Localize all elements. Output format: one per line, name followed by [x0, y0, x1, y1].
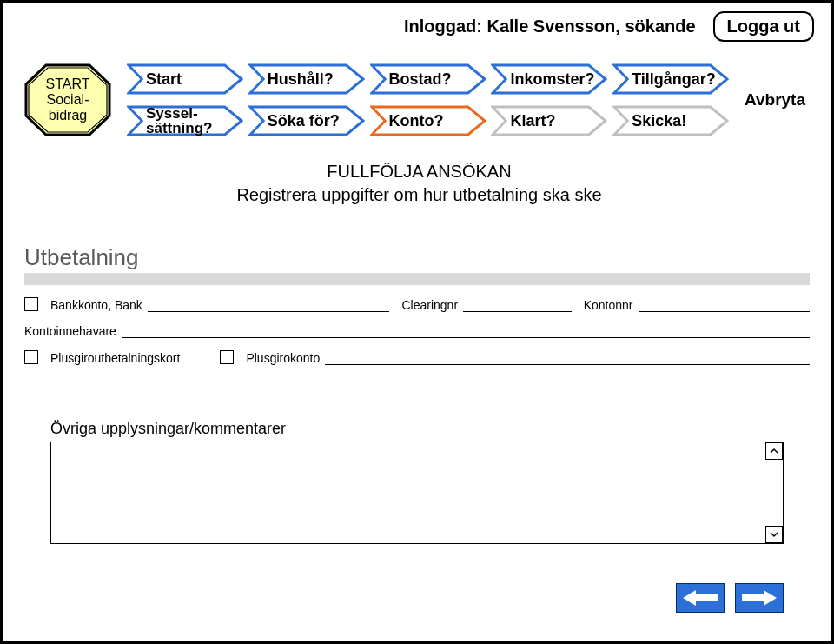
header-bar: Inloggad: Kalle Svensson, sökande Logga … [3, 11, 831, 42]
abort-wrap: Avbryta [736, 90, 814, 110]
nav-bostad[interactable]: Bostad? [370, 63, 486, 95]
bottom-divider [50, 561, 784, 561]
start-badge-line1: START [46, 76, 90, 91]
nav-start[interactable]: Start [127, 63, 243, 95]
label-bankkonto: Bankkonto, Bank [50, 298, 142, 312]
page-nav-arrows [676, 583, 784, 613]
row-plusgiro: Plusgiroutbetalningskort Plusgirokonto [24, 350, 810, 365]
start-badge-line3: bidrag [49, 108, 87, 123]
chevron-up-icon [769, 446, 779, 456]
scroll-up-button[interactable] [765, 442, 783, 460]
login-status: Inloggad: Kalle Svensson, sökande [404, 17, 696, 37]
comments-label: Övriga upplysningar/kommentarer [50, 420, 784, 438]
nav-row-2: Syssel-sättning? Söka för? Konto? Klart?… [127, 105, 729, 136]
input-kontonr[interactable] [639, 300, 810, 312]
scroll-down-button[interactable] [765, 526, 783, 543]
page-title-block: FULLFÖLJA ANSÖKAN Registrera uppgifter o… [24, 162, 814, 205]
input-clearing[interactable] [463, 300, 572, 312]
next-button[interactable] [735, 583, 784, 613]
checkbox-bankkonto[interactable] [24, 297, 38, 311]
nav-skicka[interactable]: Skicka! [612, 105, 729, 136]
input-bank[interactable] [148, 300, 390, 312]
nav-soka-for[interactable]: Söka för? [248, 105, 365, 136]
abort-button[interactable]: Avbryta [745, 90, 805, 110]
nav-klart[interactable]: Klart? [491, 105, 607, 136]
logout-button[interactable]: Logga ut [713, 11, 814, 42]
nav-sysselsattning[interactable]: Syssel-sättning? [127, 105, 243, 136]
nav-divider [24, 149, 814, 149]
section-title: Utbetalning [24, 244, 810, 271]
nav-hushall[interactable]: Hushåll? [248, 63, 365, 95]
start-badge-line2: Social- [47, 92, 89, 107]
svg-marker-12 [683, 590, 718, 606]
input-kontoinnehavare[interactable] [122, 326, 810, 338]
page-title: FULLFÖLJA ANSÖKAN [24, 162, 814, 182]
label-clearing: Clearingnr [401, 298, 458, 312]
chevron-down-icon [769, 529, 779, 540]
input-plusgirokonto[interactable] [325, 353, 810, 365]
checkbox-plusgirokort[interactable] [24, 350, 38, 364]
nav-konto[interactable]: Konto? [370, 105, 486, 136]
form-area: Utbetalning Bankkonto, Bank Clearingnr K… [24, 244, 810, 365]
nav-tillgangar[interactable]: Tillgångar? [612, 63, 729, 95]
nav-row-1: Start Hushåll? Bostad? Inkomster? Tillgå… [127, 63, 729, 95]
start-badge[interactable]: START Social- bidrag [24, 63, 111, 136]
label-kontoinnehavare: Kontoinnehavare [24, 324, 116, 338]
row-bankkonto: Bankkonto, Bank Clearingnr Kontonnr [24, 297, 810, 312]
prev-button[interactable] [676, 583, 725, 613]
nav-inkomster[interactable]: Inkomster? [491, 63, 607, 95]
nav-area: START Social- bidrag Start Hushåll? Bost… [24, 63, 814, 205]
checkbox-plusgirokonto[interactable] [220, 350, 234, 364]
comments-textarea[interactable] [50, 442, 784, 544]
label-kontonr: Kontonnr [584, 298, 633, 312]
label-plusgirokonto: Plusgirokonto [246, 351, 320, 365]
svg-marker-13 [742, 590, 777, 606]
comments-section: Övriga upplysningar/kommentarer [50, 420, 784, 544]
row-kontoinnehavare: Kontoinnehavare [24, 324, 810, 338]
label-plusgirokort: Plusgiroutbetalningskort [50, 351, 180, 365]
arrow-left-icon [682, 588, 718, 607]
arrow-right-icon [741, 588, 778, 607]
page-subtitle: Registrera uppgifter om hur utbetalning … [236, 185, 601, 204]
section-bar [24, 273, 810, 285]
